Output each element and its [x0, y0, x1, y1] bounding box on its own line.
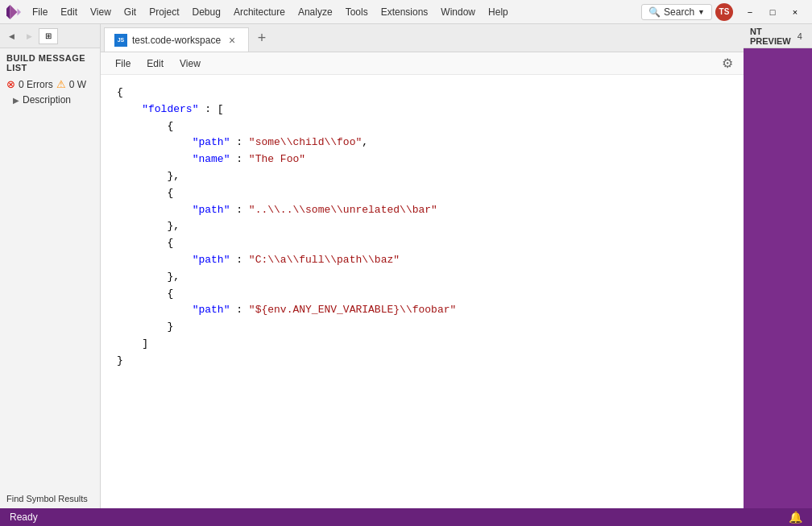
sidebar-error-row[interactable]: ⊗ 0 Errors ⚠ 0 W: [0, 76, 100, 93]
notification-bell-icon[interactable]: 🔔: [789, 511, 802, 524]
menu-edit[interactable]: Edit: [54, 5, 84, 19]
sidebar-nav-forward[interactable]: ▶: [21, 28, 37, 44]
search-box[interactable]: 🔍 Search ▼: [641, 4, 712, 20]
status-ready-text: Ready: [10, 512, 38, 523]
editor-menu-file[interactable]: File: [107, 56, 139, 71]
right-panel: NT PREVIEW 4 ×: [744, 24, 812, 508]
error-icon: ⊗: [6, 78, 15, 90]
code-line-11: "path" : "C:\\a\\full\\path\\baz": [117, 252, 727, 269]
warning-count: 0 W: [69, 79, 86, 90]
menu-git[interactable]: Git: [118, 5, 143, 19]
search-dropdown-icon: ▼: [698, 8, 705, 16]
maximize-button[interactable]: □: [762, 4, 783, 20]
close-button[interactable]: ×: [785, 4, 806, 20]
status-bar-right: 🔔: [789, 511, 802, 524]
code-editor[interactable]: { "folders" : [ { "path" : "some\\child\…: [101, 75, 744, 508]
app-logo: [6, 5, 21, 19]
code-line-16: ]: [117, 336, 727, 353]
editor-settings-area: ⚙: [718, 54, 737, 73]
code-line-8: "path" : "..\\..\\some\\unrelated\\bar": [117, 202, 727, 219]
sidebar-expand-btn[interactable]: ⊞: [39, 28, 58, 44]
code-line-6: },: [117, 168, 727, 185]
menu-view[interactable]: View: [84, 5, 118, 19]
tab-close-button[interactable]: ×: [226, 34, 238, 47]
menu-project[interactable]: Project: [143, 5, 185, 19]
settings-gear-icon[interactable]: ⚙: [718, 54, 737, 73]
search-label: Search: [664, 6, 694, 18]
menu-file[interactable]: File: [26, 5, 54, 19]
menu-help[interactable]: Help: [482, 5, 515, 19]
left-sidebar: ◀ ▶ ⊞ Build Message List ⊗ 0 Errors ⚠ 0 …: [0, 24, 101, 508]
code-line-10: {: [117, 235, 727, 252]
tab-bar: JS test.code-workspace × +: [101, 24, 744, 52]
sidebar-bottom: Find Symbol Results: [0, 489, 100, 508]
menu-bar: File Edit View Git Project Debug Archite…: [26, 5, 641, 19]
float-panel-header: NT PREVIEW 4 ×: [744, 24, 812, 48]
tab-file-icon: JS: [114, 34, 127, 47]
float-panel-title: NT PREVIEW: [750, 27, 791, 46]
search-icon: 🔍: [648, 6, 661, 18]
error-count: 0 Errors: [19, 79, 53, 90]
code-line-17: }: [117, 353, 727, 370]
menu-extensions[interactable]: Extensions: [375, 5, 435, 19]
float-panel-pin-button[interactable]: 4: [791, 28, 809, 44]
find-symbol-results: Find Symbol Results: [6, 494, 93, 503]
editor-menu-view[interactable]: View: [172, 56, 209, 71]
editor-menu-bar: File Edit View ⚙: [101, 52, 744, 75]
window-controls: − □ ×: [740, 4, 806, 20]
editor-menu-edit[interactable]: Edit: [139, 56, 172, 71]
sidebar-description-row: ▶ Description: [0, 93, 100, 107]
description-list-icon: ▶: [13, 96, 19, 105]
code-line-13: {: [117, 286, 727, 303]
code-line-14: "path" : "${env.ANY_ENV_VARIABLE}\\fooba…: [117, 302, 727, 319]
sidebar-section-title: Build Message List: [0, 48, 100, 76]
minimize-button[interactable]: −: [740, 4, 760, 20]
code-line-3: {: [117, 118, 727, 135]
code-line-9: },: [117, 218, 727, 235]
menu-tools[interactable]: Tools: [339, 5, 375, 19]
title-bar: File Edit View Git Project Debug Archite…: [0, 0, 812, 24]
title-bar-right: 🔍 Search ▼ TS − □ ×: [641, 3, 806, 21]
float-panel-controls: 4 ×: [791, 28, 812, 44]
user-avatar[interactable]: TS: [715, 3, 733, 21]
editor-container: JS test.code-workspace × + File Edit Vie…: [101, 24, 744, 508]
main-layout: ◀ ▶ ⊞ Build Message List ⊗ 0 Errors ⚠ 0 …: [0, 24, 812, 508]
menu-debug[interactable]: Debug: [186, 5, 227, 19]
code-line-5: "name" : "The Foo": [117, 151, 727, 168]
code-line-12: },: [117, 269, 727, 286]
menu-analyze[interactable]: Analyze: [292, 5, 339, 19]
code-line-7: {: [117, 185, 727, 202]
tab-add-button[interactable]: +: [251, 27, 273, 49]
code-line-15: }: [117, 319, 727, 336]
sidebar-nav-back[interactable]: ◀: [3, 28, 19, 44]
code-line-4: "path" : "some\\child\\foo",: [117, 135, 727, 151]
code-line-2: "folders" : [: [117, 101, 727, 118]
menu-architecture[interactable]: Architecture: [227, 5, 292, 19]
description-label: Description: [23, 94, 71, 106]
code-line-1: {: [117, 85, 727, 101]
warning-icon: ⚠: [56, 78, 66, 90]
tab-label: test.code-workspace: [132, 35, 221, 46]
editor-tab-workspace[interactable]: JS test.code-workspace ×: [104, 27, 249, 52]
right-panel-content: [744, 48, 812, 508]
menu-window[interactable]: Window: [434, 5, 482, 19]
status-bar: Ready 🔔: [0, 508, 812, 526]
